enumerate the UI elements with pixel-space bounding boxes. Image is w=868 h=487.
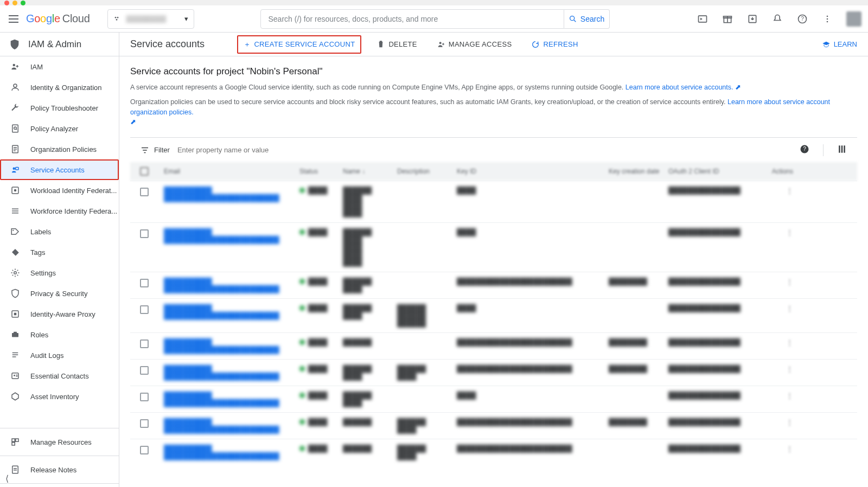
more-vert-icon[interactable] [821, 13, 833, 25]
google-cloud-logo[interactable]: Google Cloud [26, 12, 90, 25]
row-actions[interactable]: ⋮ [761, 278, 793, 286]
sidebar-item-roles[interactable]: Roles [0, 324, 119, 345]
cell-email: ██████████████████████████████████ [164, 278, 299, 293]
collapse-sidebar-button[interactable]: ⟨ [5, 473, 9, 484]
table-row[interactable]: ████████████████████████████████████████… [130, 412, 857, 439]
sidebar-item-tags[interactable]: Tags [0, 242, 119, 262]
svg-text:?: ? [801, 16, 804, 22]
cell-key-id: ████████████████████████ [457, 365, 609, 373]
project-picker[interactable]: ▒▒▒▒▒▒▒▒ ▾ [107, 9, 194, 29]
sidebar-item-manage-resources[interactable]: Manage Resources [0, 432, 119, 452]
row-actions[interactable]: ⋮ [761, 418, 793, 426]
account-avatar[interactable] [846, 11, 861, 27]
mac-minimize[interactable] [12, 1, 17, 5]
create-service-account-button[interactable]: ＋ CREATE SERVICE ACCOUNT [237, 35, 361, 54]
sidebar-item-label: Service Accounts [30, 166, 85, 174]
sidebar-section-header[interactable]: IAM & Admin [0, 33, 119, 56]
sidebar-item-labels[interactable]: Labels [0, 221, 119, 242]
sidebar-item-settings[interactable]: Settings [0, 262, 119, 283]
sidebar-item-privacy-security[interactable]: Privacy & Security [0, 283, 119, 304]
sidebar-item-audit-logs[interactable]: Audit Logs [0, 345, 119, 366]
sidebar-item-policy-analyzer[interactable]: Policy Analyzer [0, 118, 119, 139]
table-row[interactable]: ████████████████████████████████████████… [130, 222, 857, 272]
sidebar-item-organization-policies[interactable]: Organization Policies [0, 139, 119, 159]
svg-rect-5 [699, 16, 707, 22]
sidebar-item-policy-troubleshooter[interactable]: Policy Troubleshooter [0, 98, 119, 118]
row-checkbox[interactable] [140, 228, 164, 238]
svg-rect-25 [16, 168, 18, 170]
row-checkbox[interactable] [140, 338, 164, 348]
row-checkbox[interactable] [140, 445, 164, 454]
svg-point-0 [114, 17, 116, 18]
cell-status: ████ [299, 278, 343, 285]
iam-icon [10, 61, 21, 72]
learn-service-accounts-link[interactable]: Learn more about service accounts. [626, 84, 733, 91]
table-row[interactable]: ████████████████████████████████████████… [130, 359, 857, 386]
download-icon[interactable] [746, 13, 758, 25]
gift-icon[interactable] [722, 13, 733, 25]
sidebar-item-essential-contacts[interactable]: Essential Contacts [0, 366, 119, 386]
cell-key-id: ████ [457, 187, 609, 194]
row-checkbox[interactable] [140, 365, 164, 375]
row-checkbox[interactable] [140, 392, 164, 401]
cell-email: ██████████████████████████████████ [164, 338, 299, 354]
sidebar-item-label: Release Notes [30, 466, 76, 474]
row-checkbox[interactable] [140, 187, 164, 196]
cell-name: ██████████ [343, 392, 397, 407]
sidebar-item-identity-aware-proxy[interactable]: Identity-Aware Proxy [0, 304, 119, 324]
sidebar-item-workforce-identity-federa-[interactable]: Workforce Identity Federa... [0, 201, 119, 221]
sidebar-item-release-notes[interactable]: Release Notes [0, 459, 119, 480]
refresh-button[interactable]: REFRESH [527, 37, 582, 52]
content-desc-1: A service account represents a Google Cl… [130, 82, 857, 93]
svg-rect-34 [14, 313, 17, 316]
row-actions[interactable]: ⋮ [761, 304, 793, 312]
learn-button[interactable]: LEARN [822, 40, 857, 49]
cell-key-id: ████ [457, 228, 609, 236]
sidebar-item-asset-inventory[interactable]: Asset Inventory [0, 386, 119, 407]
delete-button[interactable]: DELETE [372, 37, 421, 52]
table-row[interactable]: ████████████████████████████████████████… [130, 439, 857, 465]
search-button-label: Search [580, 15, 604, 23]
table-row[interactable]: ████████████████████████████████████████… [130, 272, 857, 298]
filter-input[interactable] [177, 146, 340, 154]
row-actions[interactable]: ⋮ [761, 228, 793, 236]
table-row[interactable]: ████████████████████████████████████████… [130, 298, 857, 332]
row-actions[interactable]: ⋮ [761, 392, 793, 400]
mac-zoom[interactable] [21, 1, 25, 5]
cell-description: ██████████ [397, 445, 457, 460]
row-actions[interactable]: ⋮ [761, 445, 793, 453]
sidebar-item-workload-identity-federat-[interactable]: Workload Identity Federat... [0, 180, 119, 201]
sidebar-item-label: Workload Identity Federat... [30, 187, 117, 195]
row-checkbox[interactable] [140, 418, 164, 428]
sidebar-item-service-accounts[interactable]: Service Accounts [0, 159, 119, 180]
search-input[interactable]: Search (/) for resources, docs, products… [260, 9, 564, 29]
filter-help-icon[interactable]: ? [799, 144, 810, 156]
sidebar-item-label: Privacy & Security [30, 290, 87, 298]
cell-key-id: ████ [457, 392, 609, 399]
row-actions[interactable]: ⋮ [761, 365, 793, 373]
manage-access-button[interactable]: MANAGE ACCESS [432, 37, 516, 52]
sidebar-item-identity-organization[interactable]: Identity & Organization [0, 77, 119, 98]
cloud-shell-icon[interactable] [697, 13, 709, 25]
row-actions[interactable]: ⋮ [761, 338, 793, 347]
search-button[interactable]: Search [564, 9, 610, 29]
table-row[interactable]: ████████████████████████████████████████… [130, 386, 857, 412]
cell-email: ██████████████████████████████████ [164, 365, 299, 380]
logo-cloud-text: Cloud [62, 12, 90, 25]
column-display-options-icon[interactable] [837, 144, 847, 156]
sidebar-item-iam[interactable]: IAM [0, 56, 119, 77]
roles-icon [10, 329, 21, 340]
top-right-toolbar: ? [697, 11, 861, 27]
sidebar-item-label: Manage Resources [30, 438, 92, 446]
row-checkbox[interactable] [140, 304, 164, 314]
cell-description: ██████████████████ [397, 304, 457, 327]
row-checkbox[interactable] [140, 278, 164, 287]
row-actions[interactable]: ⋮ [761, 187, 793, 195]
mac-close[interactable] [4, 1, 9, 5]
notifications-icon[interactable] [771, 13, 783, 25]
table-row[interactable]: ████████████████████████████████████████… [130, 181, 857, 222]
help-icon[interactable]: ? [796, 13, 808, 25]
sidebar-item-label: Identity & Organization [30, 84, 102, 92]
nav-menu-button[interactable] [7, 12, 20, 25]
table-row[interactable]: ████████████████████████████████████████… [130, 332, 857, 359]
